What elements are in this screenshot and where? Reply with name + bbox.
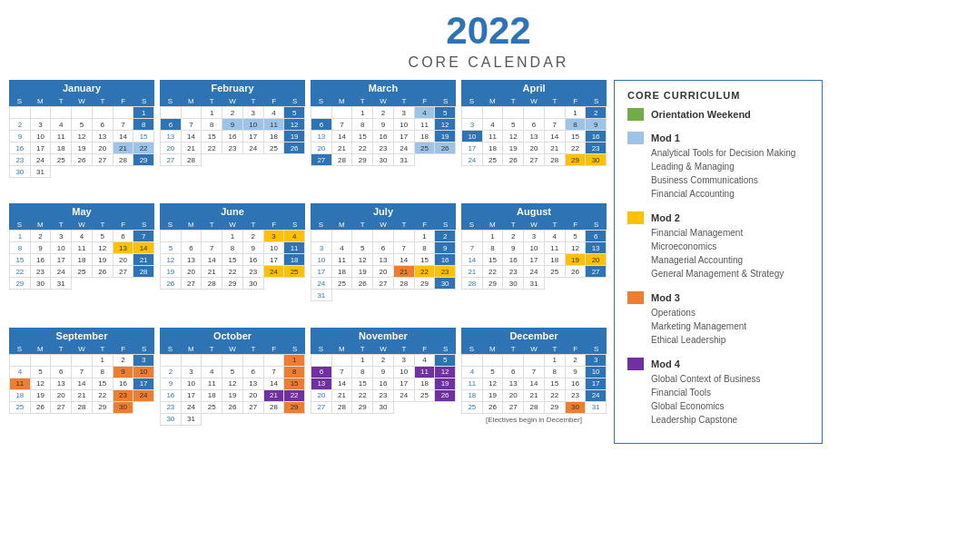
day-label: W [222, 220, 243, 230]
legend-color-box [627, 211, 644, 224]
day-cell: 11 [332, 254, 353, 266]
empty-cell [113, 107, 134, 119]
empty-cell [264, 355, 285, 367]
day-cell: 28 [545, 154, 566, 166]
day-cell: 28 [113, 154, 134, 166]
day-cell: 19 [352, 266, 373, 278]
day-cell: 3 [394, 355, 415, 367]
empty-cell [311, 231, 332, 242]
day-label: W [72, 344, 93, 354]
day-cell: 23 [435, 266, 456, 278]
day-cell: 18 [415, 131, 436, 142]
day-label: T [544, 96, 565, 106]
day-cell: 12 [31, 378, 52, 390]
day-cell: 7 [113, 119, 134, 131]
day-label: F [263, 344, 284, 354]
day-cell: 5 [566, 231, 587, 242]
day-cell: 2 [503, 231, 524, 242]
day-cell: 13 [161, 131, 182, 142]
legend-title: CORE CURRICULUM [627, 90, 809, 101]
day-cell: 6 [586, 231, 607, 242]
day-cell: 19 [284, 131, 305, 142]
day-cell: 9 [435, 242, 456, 254]
day-cell: 31 [524, 278, 545, 290]
day-cell: 17 [31, 142, 52, 154]
day-label: W [524, 96, 545, 106]
day-cell: 16 [373, 131, 394, 142]
day-cell: 1 [415, 231, 436, 242]
day-cell: 13 [524, 131, 545, 142]
day-label: S [586, 96, 607, 106]
day-label: T [51, 344, 72, 354]
day-label: S [586, 344, 607, 354]
day-cell: 22 [415, 266, 436, 278]
day-cell: 20 [311, 390, 332, 402]
day-label: F [565, 220, 586, 230]
day-cell: 6 [113, 231, 134, 242]
day-cell: 27 [524, 154, 545, 166]
day-cell: 17 [182, 390, 202, 402]
day-cell: 4 [10, 367, 31, 378]
day-labels-row: SMTWTFS [9, 344, 154, 354]
legend-item: Operations [627, 306, 809, 319]
legend-mod-row: Mod 1 [627, 132, 809, 144]
day-cell: 20 [373, 266, 394, 278]
day-cell: 23 [373, 142, 394, 154]
legend-item: Global Context of Business [627, 372, 809, 386]
day-labels-row: SMTWTFS [160, 220, 305, 230]
day-cell: 22 [545, 390, 566, 402]
days-grid: 1234567891011121314151617181920212223242… [461, 106, 607, 166]
month-header: October [160, 328, 305, 344]
day-label: S [461, 220, 482, 230]
day-labels-row: SMTWTFS [311, 96, 456, 106]
day-cell: 2 [243, 231, 264, 242]
empty-cell [10, 355, 31, 367]
day-cell: 1 [202, 107, 222, 119]
day-label: F [565, 96, 586, 106]
day-cell: 11 [10, 378, 31, 390]
day-cell: 30 [243, 278, 264, 290]
day-cell: 24 [394, 390, 415, 402]
day-cell: 26 [435, 142, 456, 154]
day-cell: 22 [133, 142, 154, 154]
day-cell: 3 [524, 231, 545, 242]
day-cell: 9 [586, 119, 607, 131]
legend-color-box [627, 291, 644, 304]
day-cell: 15 [284, 378, 305, 390]
day-label: S [435, 96, 456, 106]
day-cell: 16 [10, 142, 31, 154]
day-cell: 18 [264, 131, 285, 142]
day-cell: 8 [133, 119, 154, 131]
day-cell: 6 [524, 119, 545, 131]
day-cell: 14 [113, 131, 134, 142]
empty-cell [10, 107, 31, 119]
empty-cell [483, 107, 504, 119]
day-cell: 2 [373, 107, 394, 119]
day-label: S [284, 344, 305, 354]
day-cell: 26 [72, 154, 93, 166]
day-cell: 14 [332, 131, 353, 142]
day-cell: 15 [545, 378, 566, 390]
legend-item: General Management & Strategy [627, 267, 809, 280]
day-label: W [524, 220, 545, 230]
day-cell: 13 [51, 378, 72, 390]
day-cell: 24 [31, 154, 52, 166]
day-cell: 21 [394, 266, 415, 278]
month-block-may: MaySMTWTFS123456789101112131415161718192… [9, 203, 154, 319]
empty-cell [373, 231, 394, 242]
day-label: W [373, 344, 394, 354]
legend-content: Orientation WeekendMod 1Analytical Tools… [627, 108, 809, 427]
days-grid: 1234567891011121314151617181920212223242… [160, 106, 305, 166]
day-label: T [242, 96, 263, 106]
day-label: W [373, 96, 394, 106]
day-cell: 19 [483, 390, 504, 402]
day-label: M [482, 96, 503, 106]
empty-cell [524, 107, 545, 119]
day-cell: 27 [161, 154, 182, 166]
day-cell: 5 [352, 242, 373, 254]
day-cell: 29 [545, 402, 566, 414]
day-label: T [544, 220, 565, 230]
day-cell: 12 [352, 254, 373, 266]
day-cell: 6 [161, 119, 182, 131]
day-cell: 29 [352, 154, 373, 166]
